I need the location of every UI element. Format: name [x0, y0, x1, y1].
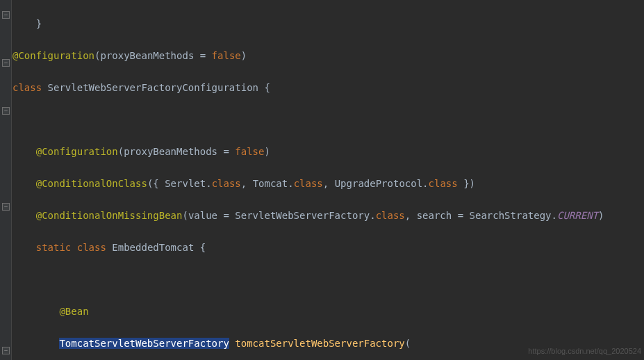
- code-line[interactable]: class ServletWebServerFactoryConfigurati…: [13, 80, 644, 96]
- selected-text: TomcatServletWebServerFactory: [59, 338, 229, 349]
- code-line[interactable]: [13, 112, 644, 128]
- code-line[interactable]: @Bean: [13, 304, 644, 320]
- code-editor[interactable]: } @Configuration(proxyBeanMethods = fals…: [12, 0, 644, 360]
- fold-marker[interactable]: −: [2, 11, 10, 19]
- code-line[interactable]: [13, 272, 644, 288]
- annotation: @Configuration: [13, 50, 94, 61]
- code-line[interactable]: @Configuration(proxyBeanMethods = false): [13, 48, 644, 64]
- code-line[interactable]: static class EmbeddedTomcat {: [13, 240, 644, 256]
- brace: }: [36, 18, 42, 29]
- annotation: @Configuration: [36, 146, 118, 157]
- fold-marker[interactable]: −: [2, 203, 10, 211]
- fold-marker[interactable]: −: [2, 59, 10, 67]
- code-line[interactable]: @ConditionalOnClass({ Servlet.class, Tom…: [13, 176, 644, 192]
- method-name: tomcatServletWebServerFactory: [235, 338, 404, 349]
- code-line[interactable]: @Configuration(proxyBeanMethods = false): [13, 144, 644, 160]
- watermark-text: https://blog.csdn.net/qq_2020524: [528, 343, 641, 359]
- code-line[interactable]: @ConditionalOnMissingBean(value = Servle…: [13, 208, 644, 224]
- keyword-class: class: [13, 82, 48, 93]
- gutter[interactable]: − − − − −: [0, 0, 12, 360]
- annotation-bean: @Bean: [59, 306, 88, 317]
- fold-marker[interactable]: −: [2, 107, 10, 115]
- annotation: @ConditionalOnClass: [36, 178, 147, 189]
- code-line[interactable]: }: [13, 16, 644, 32]
- annotation: @ConditionalOnMissingBean: [36, 210, 183, 221]
- fold-marker[interactable]: −: [2, 347, 10, 354]
